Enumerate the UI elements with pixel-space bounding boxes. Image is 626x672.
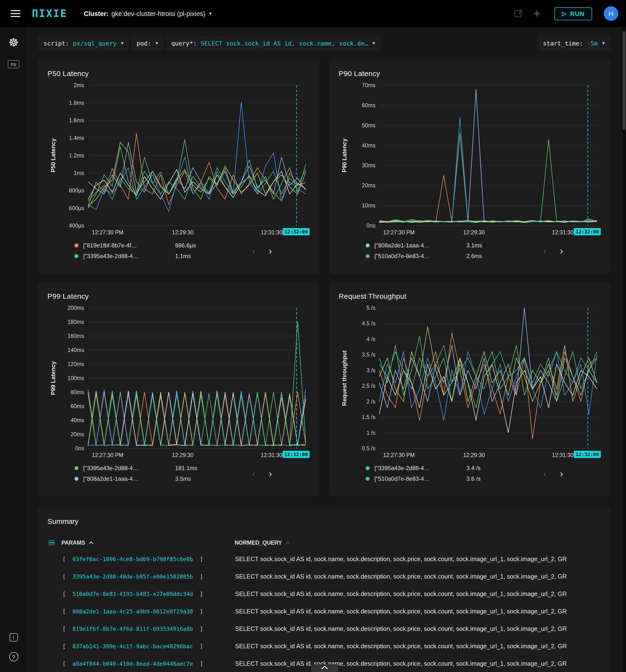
param-uuid: 837ab141-399e-4c1f-9abc-bace40296bac: [73, 643, 193, 650]
script-dropdown[interactable]: script: px/sql_query ▼: [38, 35, 129, 51]
p90-latency-chart[interactable]: 70ms60ms50ms40ms30ms20ms10ms0nsP90 Laten…: [339, 79, 601, 240]
param-cell: [ 510a0d7e-8e83-4193-b483-e27e09ddc34d ]: [47, 591, 235, 597]
avatar-initial: H: [608, 10, 614, 18]
svg-text:80ms: 80ms: [71, 389, 84, 395]
start-time-label: start_time:: [543, 40, 583, 47]
svg-text:0ns: 0ns: [367, 222, 375, 229]
legend-item[interactable]: ["510a0d7e-8e83-4…3.6 /s: [366, 475, 481, 482]
series-label: ["3395a43e-2d88-4…: [83, 465, 157, 472]
run-button-label: RUN: [570, 10, 584, 17]
pager-prev-icon[interactable]: ‹: [544, 469, 547, 478]
series-label: ["808a2de1-1aaa-4…: [83, 475, 157, 482]
normed-query-cell: SELECT sock.sock_id AS id, sock.name, so…: [235, 573, 601, 580]
svg-text:3 /s: 3 /s: [367, 367, 375, 374]
svg-text:40ms: 40ms: [71, 417, 84, 424]
svg-text:12:32:00: 12:32:00: [576, 229, 599, 235]
series-value: 1.1ms: [175, 253, 191, 260]
sparkle-icon[interactable]: [532, 9, 542, 18]
table-row[interactable]: [ 819e1fbf-8b7e-4f6d-811f-693534916a8b ]…: [47, 620, 601, 638]
series-value: 3.6 /s: [466, 475, 481, 482]
scrollbar-thumb[interactable]: [623, 31, 626, 130]
chart-title: P90 Latency: [339, 69, 601, 77]
column-header-normed-query[interactable]: NORMED_QUERY: [235, 540, 601, 546]
chevron-down-icon: ▼: [602, 41, 605, 46]
chart-legend: ["819e1fbf-8b7e-4f…886.6µs["3395a43e-2d8…: [75, 242, 196, 260]
svg-text:1.5 /s: 1.5 /s: [362, 414, 375, 420]
pager-next-icon[interactable]: ›: [269, 469, 272, 478]
column-header-params[interactable]: PARAMS: [61, 540, 235, 546]
query-value: SELECT sock.sock_id AS id, sock.name, so…: [201, 40, 368, 47]
svg-text:100ms: 100ms: [68, 375, 84, 381]
legend-item[interactable]: ["808a2de1-1aaa-4…3.1ms: [366, 242, 482, 249]
svg-text:12:29:30: 12:29:30: [463, 229, 485, 236]
svg-text:5 /s: 5 /s: [367, 305, 375, 311]
series-label: ["808a2de1-1aaa-4…: [374, 242, 448, 249]
svg-text:30ms: 30ms: [362, 162, 375, 168]
avatar[interactable]: H: [604, 6, 618, 21]
legend-pager: ‹ ›: [252, 246, 272, 256]
series-value: 3.5ms: [175, 475, 191, 482]
pager-prev-icon[interactable]: ‹: [544, 246, 547, 256]
pager-prev-icon[interactable]: ‹: [252, 469, 255, 478]
filter-menu-icon[interactable]: [48, 540, 55, 545]
series-label: ["3395a43e-2d88-4…: [374, 465, 448, 472]
help-icon[interactable]: ?: [9, 652, 18, 661]
pager-next-icon[interactable]: ›: [560, 246, 563, 256]
cluster-selector[interactable]: Cluster: gke:dev-cluster-htroisi (pl-pix…: [84, 10, 212, 17]
param-cell: [ 3395a43e-2d88-40de-b95f-e00e1502085b ]: [47, 573, 235, 580]
script-value: px/sql_query: [73, 40, 117, 47]
param-cell: [ a0a4f044-b040-410d-8ead-4de0446aec7e ]: [47, 661, 235, 667]
start-time-dropdown[interactable]: start_time: -5m ▼: [537, 35, 610, 51]
svg-text:12:27:30 PM: 12:27:30 PM: [92, 452, 123, 458]
table-row[interactable]: [ 808a2de1-1aaa-4c25-a9b9-6612e8f29a38 ]…: [47, 603, 601, 620]
svg-text:600µs: 600µs: [69, 205, 84, 211]
pager-next-icon[interactable]: ›: [269, 246, 272, 256]
pixie-live-view: ΠIXIE Cluster: gke:dev-cluster-htroisi (…: [0, 0, 626, 672]
chart-title: P50 Latency: [47, 69, 309, 77]
svg-text:12:27:30 PM: 12:27:30 PM: [92, 229, 123, 236]
legend-item[interactable]: ["819e1fbf-8b7e-4f…886.6µs: [75, 242, 196, 249]
run-button[interactable]: ▷ RUN: [554, 7, 592, 20]
normed-query-cell: SELECT sock.sock_id AS id, sock.name, so…: [235, 643, 601, 650]
namespace-icon[interactable]: ns: [8, 60, 19, 68]
chart-grid: P50 Latency 2ms1.8ms1.6ms1.4ms1.2ms1ms80…: [38, 61, 610, 496]
p50-latency-chart[interactable]: 2ms1.8ms1.6ms1.4ms1.2ms1ms800µs600µs400µ…: [47, 79, 309, 240]
svg-text:2.5 /s: 2.5 /s: [362, 383, 375, 389]
sort-icon: [286, 541, 290, 544]
svg-text:1.4ms: 1.4ms: [69, 135, 84, 141]
legend-item[interactable]: ["3395a43e-2d88-4…3.4 /s: [366, 465, 481, 472]
info-icon[interactable]: i: [9, 633, 18, 642]
series-value: 886.6µs: [175, 242, 196, 249]
table-row[interactable]: [ 510a0d7e-8e83-4193-b483-e27e09ddc34d ]…: [47, 585, 601, 603]
series-value: 181.1ms: [175, 465, 197, 472]
query-dropdown[interactable]: query*: SELECT sock.sock_id AS id, sock.…: [166, 35, 381, 51]
svg-text:70ms: 70ms: [362, 82, 375, 88]
p99-latency-chart[interactable]: 200ms180ms160ms140ms120ms100ms80ms60ms40…: [47, 302, 309, 463]
legend-item[interactable]: ["510a0d7e-8e83-4…2.6ms: [366, 253, 482, 260]
legend-item[interactable]: ["3395a43e-2d88-4…181.1ms: [75, 465, 197, 472]
chevron-down-icon: ▼: [373, 41, 375, 46]
cluster-value: gke:dev-cluster-htroisi (pl-pixies): [111, 10, 205, 17]
edit-script-icon[interactable]: [514, 9, 523, 18]
menu-icon[interactable]: [11, 10, 20, 17]
table-row[interactable]: [ 03fef6ac-1896-4ce8-bd69-b798f85c6e0b ]…: [47, 550, 601, 568]
request-throughput-chart[interactable]: 5 /s4.5 /s4 /s3.5 /s3 /s2.5 /s2 /s1.5 /s…: [339, 302, 601, 463]
svg-text:P90 Latency: P90 Latency: [341, 138, 348, 172]
pod-dropdown[interactable]: pod: ▼: [131, 35, 164, 51]
pager-next-icon[interactable]: ›: [560, 469, 563, 478]
pager-prev-icon[interactable]: ‹: [252, 246, 255, 256]
legend-item[interactable]: ["3395a43e-2d88-4…1.1ms: [75, 253, 196, 260]
scroll-top-button[interactable]: [311, 664, 338, 672]
chart-legend: ["3395a43e-2d88-4…3.4 /s["510a0d7e-8e83-…: [366, 465, 481, 482]
param-cell: [ 03fef6ac-1896-4ce8-bd69-b798f85c6e0b ]: [47, 556, 235, 562]
svg-text:4.5 /s: 4.5 /s: [362, 320, 375, 327]
kubernetes-icon[interactable]: ☸: [8, 37, 19, 48]
svg-text:2 /s: 2 /s: [367, 399, 375, 405]
p99-latency-panel: P99 Latency 200ms180ms160ms140ms120ms100…: [38, 283, 319, 496]
svg-text:0.5 /s: 0.5 /s: [362, 445, 375, 452]
table-row[interactable]: [ 837ab141-399e-4c1f-9abc-bace40296bac ]…: [47, 638, 601, 655]
chevron-up-icon: [321, 666, 328, 670]
table-row[interactable]: [ 3395a43e-2d88-40de-b95f-e00e1502085b ]…: [47, 568, 601, 585]
svg-text:400µs: 400µs: [69, 222, 84, 229]
legend-item[interactable]: ["808a2de1-1aaa-4…3.5ms: [75, 475, 197, 482]
